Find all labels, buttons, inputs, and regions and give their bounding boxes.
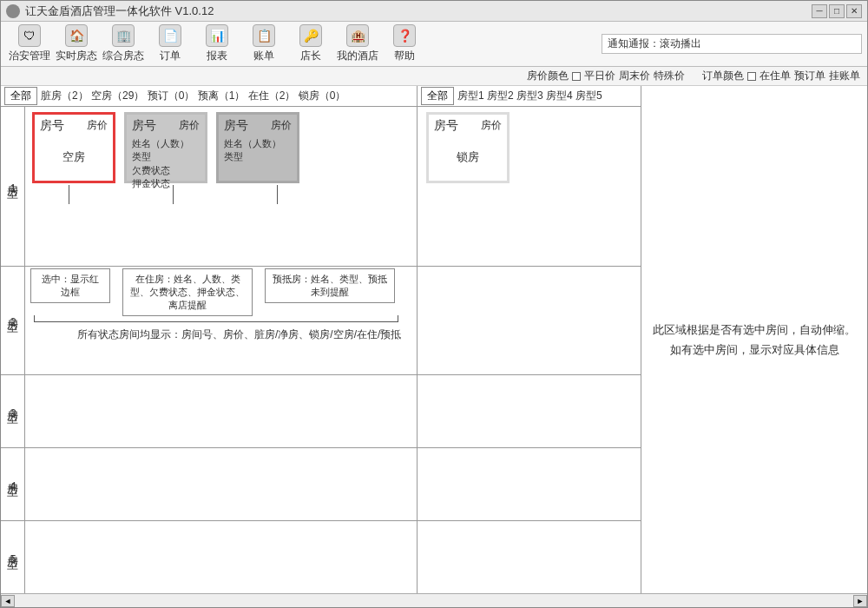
room-card-locked[interactable]: 房号房价 锁房 (426, 112, 510, 183)
app-logo-icon (6, 4, 20, 18)
toolbar-label: 报表 (207, 49, 227, 63)
bracket-line (34, 315, 398, 322)
main-toolbar: 🛡治安管理🏠实时房态🏢综合房态📄订单📊报表📋账单🔑店长🏨我的酒店❓帮助 通知通报… (1, 22, 867, 67)
toolbar-button-3[interactable]: 📄订单 (147, 23, 194, 65)
maximize-button[interactable]: □ (829, 4, 845, 18)
main-body: 全部 脏房（2） 空房（29） 预订（0） 预离（1） 在住（2） 锁房（0） … (1, 86, 867, 593)
room-price: 房价 (87, 118, 108, 134)
toolbar-icon: 🏨 (346, 24, 369, 47)
toolbar-label: 实时房态 (56, 49, 97, 63)
price-legend-title: 房价颜色 (527, 69, 569, 83)
legend-item: 在住单 (760, 69, 791, 83)
toolbar-label: 帮助 (394, 49, 415, 63)
legend-item: 特殊价 (654, 69, 685, 83)
toolbar-label: 我的酒店 (337, 49, 378, 63)
room-type-tabs: 房型1 房型2 房型3 房型4 房型5 (457, 89, 602, 103)
annotation-prearrival: 预抵房：姓名、类型、预抵未到提醒 (265, 268, 395, 303)
room-type-label: 房型3 (1, 375, 25, 447)
toolbar-label: 订单 (160, 49, 181, 63)
right-text-line2: 如有选中房间，显示对应具体信息 (653, 340, 856, 360)
annotation-selected: 选中：显示红边框 (30, 268, 110, 303)
swatch-icon (572, 72, 581, 81)
row2-content: 选中：显示红边框 在住房：姓名、人数、类型、欠费状态、押金状态、离店提醒 预抵房… (25, 267, 417, 374)
toolbar-label: 店长 (300, 49, 321, 63)
room-status: 锁房 (434, 137, 502, 165)
room-type-rows-left: 房型1 房号房价 空房 房号房价 姓名（人数） 类型 欠费状态 押金 (1, 107, 417, 593)
room-card-empty[interactable]: 房号房价 空房 (32, 112, 115, 183)
toolbar-icon: 🔑 (299, 24, 322, 47)
room-number: 房号 (132, 118, 156, 134)
row1-content: 房号房价 空房 房号房价 姓名（人数） 类型 欠费状态 押金状态 房号房价 (25, 107, 417, 266)
toolbar-icon: ❓ (393, 24, 416, 47)
tab-all-status[interactable]: 全部 (4, 87, 37, 105)
notice-prefix: 通知通报： (608, 37, 660, 50)
legend-item: 平日价 (584, 69, 615, 83)
room-card-prearrival[interactable]: 房号房价 姓名（人数） 类型 (216, 112, 299, 183)
connector-line (277, 185, 278, 204)
row-content (418, 375, 641, 447)
toolbar-icon: 📋 (253, 24, 275, 47)
toolbar-button-4[interactable]: 📊报表 (194, 23, 240, 65)
toolbar-icon: 🏢 (112, 24, 135, 47)
room-status: 空房 (40, 137, 108, 165)
row-content (418, 521, 641, 593)
mid-pane: 全部 房型1 房型2 房型3 房型4 房型5 房号房价 锁房 (418, 86, 641, 593)
toolbar-icon: 🛡 (18, 24, 41, 47)
scroll-right-button[interactable]: ► (853, 595, 867, 607)
status-counts: 脏房（2） 空房（29） 预订（0） 预离（1） 在住（2） 锁房（0） (41, 89, 345, 103)
title-bar: 讧天金盾酒店管理一体化软件 V1.0.12 ─ □ ✕ (1, 1, 867, 22)
room-price: 房价 (481, 118, 502, 134)
room-details: 姓名（人数） 类型 (224, 137, 292, 164)
row-content (25, 375, 417, 447)
swatch-icon (747, 72, 756, 81)
toolbar-label: 账单 (253, 49, 274, 63)
notice-bar: 通知通报：滚动播出 (602, 34, 862, 54)
connector-line (69, 185, 69, 204)
connector-line (173, 185, 174, 204)
tab-all-roomtype[interactable]: 全部 (421, 87, 454, 105)
legend-item: 预订单 (794, 69, 825, 83)
mid-row1-content: 房号房价 锁房 (418, 107, 641, 266)
order-legend-title: 订单颜色 (702, 69, 744, 83)
legend-item: 周末价 (619, 69, 650, 83)
room-type-tab-row: 全部 房型1 房型2 房型3 房型4 房型5 (418, 86, 641, 107)
close-button[interactable]: ✕ (846, 4, 862, 18)
horizontal-scrollbar[interactable]: ◄ ► (1, 593, 867, 607)
annotation-summary: 所有状态房间均显示：房间号、房价、脏房/净房、锁房/空房/在住/预抵 (77, 327, 401, 342)
window-title: 讧天金盾酒店管理一体化软件 V1.0.12 (25, 3, 812, 19)
legend-item: 挂账单 (829, 69, 860, 83)
row-content (418, 448, 641, 520)
toolbar-button-0[interactable]: 🛡治安管理 (6, 23, 53, 65)
room-number: 房号 (434, 118, 458, 134)
status-tab-row: 全部 脏房（2） 空房（29） 预订（0） 预离（1） 在住（2） 锁房（0） (1, 86, 417, 107)
toolbar-label: 综合房态 (102, 49, 144, 63)
order-color-legend: 订单颜色 在住单 预订单 挂账单 (702, 69, 860, 83)
app-window: 讧天金盾酒店管理一体化软件 V1.0.12 ─ □ ✕ 🛡治安管理🏠实时房态🏢综… (0, 0, 868, 608)
room-type-label: 房型2 (1, 267, 25, 374)
room-number: 房号 (40, 118, 64, 134)
room-card-occupied[interactable]: 房号房价 姓名（人数） 类型 欠费状态 押金状态 (124, 112, 207, 183)
notice-text: 滚动播出 (660, 37, 701, 50)
legend-bar: 房价颜色 平日价 周末价 特殊价 订单颜色 在住单 预订单 挂账单 (1, 67, 867, 86)
room-price: 房价 (179, 118, 200, 134)
minimize-button[interactable]: ─ (812, 4, 827, 18)
row-content (25, 521, 417, 593)
toolbar-icon: 📊 (206, 24, 228, 47)
room-type-rows-mid: 房号房价 锁房 (418, 107, 641, 593)
toolbar-button-8[interactable]: ❓帮助 (381, 23, 428, 65)
toolbar-button-6[interactable]: 🔑店长 (287, 23, 334, 65)
toolbar-button-5[interactable]: 📋账单 (240, 23, 287, 65)
room-details: 姓名（人数） 类型 欠费状态 押金状态 (132, 137, 200, 191)
room-number: 房号 (224, 118, 248, 134)
room-type-label: 房型4 (1, 448, 25, 520)
scroll-left-button[interactable]: ◄ (1, 595, 15, 607)
toolbar-button-7[interactable]: 🏨我的酒店 (334, 23, 381, 65)
toolbar-icon: 🏠 (65, 24, 88, 47)
toolbar-button-2[interactable]: 🏢综合房态 (100, 23, 147, 65)
toolbar-icon: 📄 (159, 24, 181, 47)
room-price: 房价 (271, 118, 292, 134)
toolbar-button-1[interactable]: 🏠实时房态 (53, 23, 100, 65)
room-type-label: 房型1 (1, 107, 25, 266)
toolbar-label: 治安管理 (9, 49, 50, 63)
right-pane: 此区域根据是否有选中房间，自动伸缩。 如有选中房间，显示对应具体信息 (641, 86, 867, 593)
